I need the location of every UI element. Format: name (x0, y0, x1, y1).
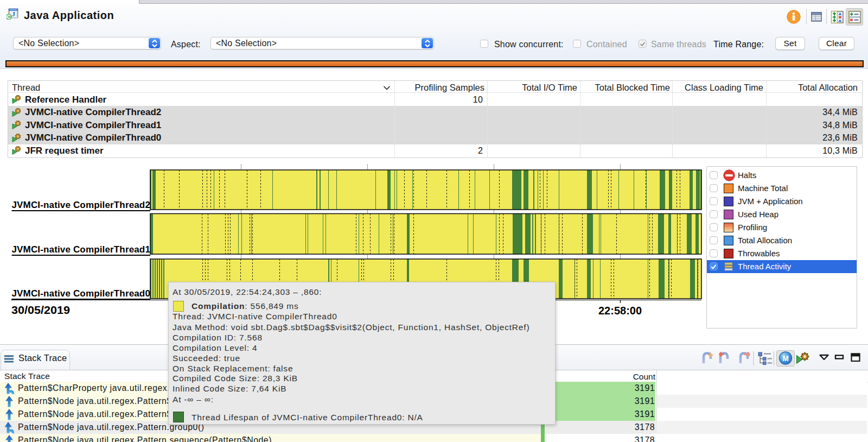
svg-text:C: C (7, 14, 11, 20)
svg-text:M: M (782, 354, 789, 363)
svg-text:J: J (12, 10, 15, 18)
